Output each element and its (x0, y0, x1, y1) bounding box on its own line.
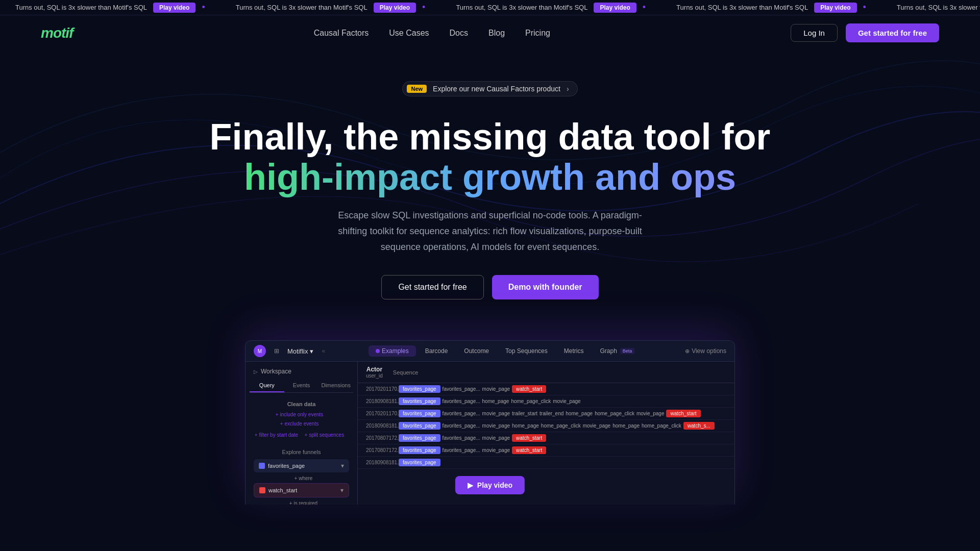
where-clause[interactable]: + where (254, 475, 349, 481)
tab-graph[interactable]: Graph Beta (593, 345, 642, 357)
login-button[interactable]: Log In (791, 24, 838, 42)
tab-graph-label: Graph (600, 347, 617, 355)
chip-plain-6: home_page_click (595, 411, 634, 416)
table-row: 20180908181... favorites_page favorites_… (358, 420, 734, 432)
app-tabs[interactable]: Examples Barcode Outcome Top Sequences M (369, 345, 642, 357)
hero-buttons: Get started for free Demo with founder (10, 275, 970, 299)
sidebar-tabs: Query Events Dimensions (250, 379, 353, 393)
chip-plain-1: favorites_page... (443, 423, 480, 429)
play-icon: ▶ (468, 481, 473, 489)
tab-barcode[interactable]: Barcode (418, 345, 455, 357)
seq-id: 20170201170... (358, 384, 399, 394)
sidebar-tab-query[interactable]: Query (250, 379, 284, 392)
chip-favorites: favorites_page (399, 410, 440, 417)
ticker-text: Turns out, SQL is 3x slower than Motif's… (897, 4, 980, 11)
tab-metrics[interactable]: Metrics (557, 345, 591, 357)
funnel-icon-red (259, 487, 265, 493)
actor-label: Actor (366, 366, 383, 373)
chip-watch-start: watch_start (512, 434, 546, 442)
ticker-play-btn[interactable]: Play video (594, 3, 636, 13)
actor-info: Actor user_id (366, 366, 383, 379)
expand-icon: « (322, 347, 325, 355)
navbar: motif Causal Factors Use Cases Docs Blog… (0, 15, 980, 51)
funnel-item-favorites[interactable]: favorites_page ▾ (254, 459, 349, 472)
workspace-name[interactable]: Motiflix ▾ (287, 347, 313, 355)
app-sidebar: ▷ Workspace Query Events Dimensions Clea… (246, 362, 358, 505)
logo[interactable]: motif (41, 25, 73, 41)
table-row: 20170201170... favorites_page favorites_… (358, 408, 734, 420)
table-row: 20170807172... favorites_page favorites_… (358, 444, 734, 457)
ticker-dot: • (643, 2, 646, 13)
nav-links: Causal Factors Use Cases Docs Blog Prici… (314, 29, 550, 38)
funnel-expand-icon: ▾ (341, 462, 344, 469)
ticker-dot: • (422, 2, 425, 13)
app-avatar: M (254, 345, 266, 357)
clean-opt-row-1: + include only events + exclude events (254, 409, 349, 428)
app-main: Actor user_id Sequence 20170201170... fa… (358, 362, 734, 505)
chip-watch-s: watch_s... (683, 422, 715, 430)
seq-items: favorites_page favorites_page... movie_p… (399, 409, 701, 418)
include-only-events-opt[interactable]: + include only events (276, 412, 324, 417)
ticker-play-btn[interactable]: Play video (153, 3, 195, 13)
chip-plain-7: home_page_click (642, 423, 681, 429)
nav-use-cases[interactable]: Use Cases (389, 29, 429, 37)
get-started-button[interactable]: Get started for free (381, 275, 483, 299)
tab-top-sequences-label: Top Sequences (505, 347, 548, 355)
seq-id: 20170807172... (358, 445, 399, 455)
sidebar-workspace-label: Workspace (261, 368, 291, 375)
tab-examples[interactable]: Examples (369, 345, 416, 357)
play-video-button[interactable]: ▶ Play video (455, 476, 525, 494)
view-options-icon: ⊕ (685, 348, 690, 355)
split-sequences-opt[interactable]: + split sequences (305, 432, 345, 438)
sidebar-tab-events[interactable]: Events (284, 379, 319, 392)
chip-plain-4: home_page_click (541, 423, 581, 429)
new-badge-text: Explore our new Causal Factors product (433, 85, 560, 93)
chip-plain-5: movie_page (583, 423, 610, 429)
nav-pricing[interactable]: Pricing (525, 29, 550, 37)
chip-plain-4: movie_page (553, 398, 580, 404)
nav-causal-factors[interactable]: Causal Factors (314, 29, 369, 37)
chip-plain-2: movie_page (482, 423, 510, 429)
chip-plain-2: movie_page (482, 435, 510, 441)
funnel-item-watch-start[interactable]: watch_start ▾ (254, 483, 349, 497)
sidebar-workspace-arrow: ▷ (254, 369, 258, 374)
nav-docs[interactable]: Docs (450, 29, 468, 37)
sidebar-tab-dimensions[interactable]: Dimensions (318, 379, 353, 392)
seq-id: 20180908181... (358, 396, 399, 406)
seq-items: favorites_page favorites_page... movie_p… (399, 421, 715, 431)
hero-title-line1: Finally, the missing data tool for (210, 116, 771, 157)
chevron-right-icon: › (567, 85, 569, 93)
chip-watch-start: watch_start (512, 446, 546, 454)
table-row: 20180908181... favorites_page favorites_… (358, 395, 734, 408)
ticker-dot: • (202, 2, 205, 13)
funnel-label-favorites: favorites_page (268, 463, 305, 469)
chip-favorites: favorites_page (399, 385, 440, 393)
tab-top-sequences[interactable]: Top Sequences (498, 345, 555, 357)
funnel-icon-purple (259, 463, 265, 469)
new-badge: New (407, 85, 427, 93)
new-product-banner[interactable]: New Explore our new Causal Factors produ… (402, 81, 577, 96)
clean-data-options: + include only events + exclude events +… (250, 409, 353, 445)
tab-outcome[interactable]: Outcome (457, 345, 496, 357)
get-started-nav-button[interactable]: Get started for free (846, 23, 939, 42)
app-screenshot-wrapper: M ⊞ Motiflix ▾ « Examples (245, 340, 735, 505)
tab-examples-label: Examples (382, 347, 409, 355)
chip-plain-3: home_page (512, 423, 539, 429)
is-required[interactable]: + is required (254, 500, 349, 505)
filter-start-date-opt[interactable]: + filter by start date (255, 432, 298, 438)
chip-plain-3: home_page_click (511, 398, 551, 404)
chip-plain-7: movie_page (636, 411, 664, 416)
ticker-play-btn[interactable]: Play video (374, 3, 416, 13)
seq-id: 20170201170... (358, 409, 399, 418)
tab-metrics-label: Metrics (564, 347, 584, 355)
view-options[interactable]: ⊕ View options (685, 347, 726, 355)
ticker-play-btn[interactable]: Play video (814, 3, 856, 13)
explore-funnels-label: Explore funnels (254, 449, 349, 455)
demo-with-founder-button[interactable]: Demo with founder (492, 275, 599, 299)
nav-blog[interactable]: Blog (488, 29, 505, 37)
view-options-label: View options (692, 347, 726, 355)
chip-favorites: favorites_page (399, 446, 440, 454)
ticker-text: Turns out, SQL is 3x slower than Motif's… (15, 4, 147, 11)
exclude-events-opt[interactable]: + exclude events (280, 421, 318, 427)
seq-items: favorites_page favorites_page... movie_p… (399, 433, 546, 443)
